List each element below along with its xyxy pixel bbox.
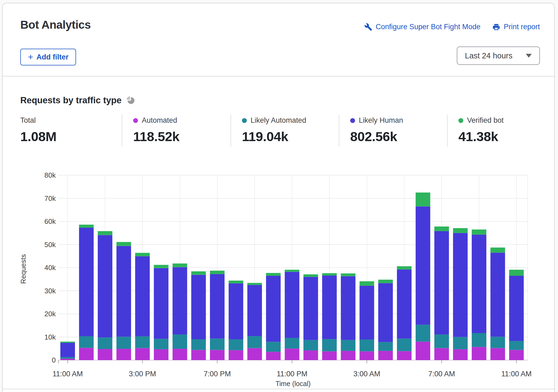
- bar-segment[interactable]: [341, 351, 356, 360]
- bar-segment[interactable]: [453, 233, 468, 337]
- bar-segment[interactable]: [490, 337, 505, 348]
- bar-segment[interactable]: [79, 336, 94, 348]
- bar-segment[interactable]: [79, 348, 94, 360]
- bar-segment[interactable]: [98, 235, 112, 337]
- bar-segment[interactable]: [173, 264, 187, 267]
- bar-segment[interactable]: [453, 349, 468, 360]
- bar-segment[interactable]: [191, 275, 206, 340]
- bar-segment[interactable]: [173, 267, 187, 334]
- bar-segment[interactable]: [173, 349, 187, 360]
- bar-segment[interactable]: [416, 192, 430, 206]
- bar-segment[interactable]: [360, 286, 374, 340]
- bar-segment[interactable]: [79, 225, 94, 228]
- bar-segment[interactable]: [341, 276, 356, 340]
- bar-segment[interactable]: [509, 276, 524, 341]
- bar-segment[interactable]: [116, 337, 131, 349]
- bar-segment[interactable]: [285, 338, 299, 348]
- bar-segment[interactable]: [154, 349, 169, 360]
- bar-segment[interactable]: [472, 235, 486, 333]
- bar-segment[interactable]: [397, 266, 412, 270]
- bar-segment[interactable]: [266, 276, 281, 342]
- bar-segment[interactable]: [247, 283, 262, 285]
- bar-segment[interactable]: [434, 334, 449, 348]
- bar-segment[interactable]: [341, 340, 356, 351]
- bar-segment[interactable]: [416, 206, 430, 325]
- bar-segment[interactable]: [247, 336, 262, 348]
- bar-segment[interactable]: [360, 340, 374, 351]
- bar-segment[interactable]: [490, 253, 505, 337]
- bar-segment[interactable]: [210, 271, 225, 274]
- bar-segment[interactable]: [266, 342, 281, 352]
- bar-segment[interactable]: [135, 348, 150, 360]
- bar-segment[interactable]: [360, 281, 374, 285]
- bar-segment[interactable]: [303, 277, 318, 340]
- bar-segment[interactable]: [191, 339, 206, 350]
- bar-segment[interactable]: [229, 339, 243, 350]
- bar-segment[interactable]: [303, 350, 318, 360]
- bar-segment[interactable]: [322, 275, 337, 339]
- bar-segment[interactable]: [191, 350, 206, 360]
- bar-segment[interactable]: [378, 342, 393, 351]
- bar-segment[interactable]: [509, 350, 524, 360]
- bar-segment[interactable]: [509, 270, 524, 276]
- bar-segment[interactable]: [322, 351, 337, 360]
- bar-segment[interactable]: [434, 231, 449, 334]
- bar-segment[interactable]: [453, 228, 468, 233]
- bar-segment[interactable]: [60, 359, 75, 360]
- bar-segment[interactable]: [434, 348, 449, 360]
- bar-segment[interactable]: [472, 333, 486, 347]
- bar-segment[interactable]: [416, 342, 430, 360]
- bar-segment[interactable]: [154, 268, 169, 339]
- bar-segment[interactable]: [509, 341, 524, 350]
- bar-segment[interactable]: [60, 342, 75, 343]
- bar-segment[interactable]: [210, 350, 225, 360]
- bar-segment[interactable]: [247, 285, 262, 336]
- bar-segment[interactable]: [266, 273, 281, 276]
- bar-segment[interactable]: [285, 348, 299, 360]
- bar-segment[interactable]: [191, 271, 206, 275]
- bar-segment[interactable]: [490, 248, 505, 253]
- bar-segment[interactable]: [303, 340, 318, 350]
- bar-segment[interactable]: [303, 274, 318, 277]
- bar-segment[interactable]: [229, 283, 243, 339]
- bar-segment[interactable]: [322, 339, 337, 351]
- bar-segment[interactable]: [247, 348, 262, 360]
- bar-segment[interactable]: [322, 273, 337, 276]
- bar-segment[interactable]: [397, 351, 412, 360]
- bar-segment[interactable]: [229, 281, 243, 283]
- bar-segment[interactable]: [60, 343, 75, 357]
- bar-segment[interactable]: [98, 231, 112, 235]
- bar-segment[interactable]: [472, 230, 486, 235]
- bar-segment[interactable]: [378, 283, 393, 342]
- bar-segment[interactable]: [116, 349, 131, 360]
- bar-segment[interactable]: [116, 242, 131, 246]
- bar-segment[interactable]: [135, 336, 150, 348]
- bar-segment[interactable]: [60, 357, 75, 359]
- bar-segment[interactable]: [378, 280, 393, 283]
- bar-segment[interactable]: [210, 338, 225, 350]
- bar-segment[interactable]: [154, 265, 169, 268]
- bar-segment[interactable]: [285, 272, 299, 338]
- bar-segment[interactable]: [135, 256, 150, 336]
- bar-segment[interactable]: [397, 270, 412, 339]
- bar-segment[interactable]: [173, 334, 187, 349]
- bar-segment[interactable]: [490, 348, 505, 360]
- bar-segment[interactable]: [378, 351, 393, 360]
- bar-segment[interactable]: [285, 270, 299, 272]
- bar-segment[interactable]: [210, 274, 225, 339]
- bar-segment[interactable]: [416, 325, 430, 341]
- bar-segment[interactable]: [135, 253, 150, 256]
- bar-segment[interactable]: [79, 228, 94, 336]
- bar-segment[interactable]: [229, 350, 243, 360]
- bar-segment[interactable]: [98, 337, 112, 349]
- bar-segment[interactable]: [154, 339, 169, 349]
- bar-segment[interactable]: [360, 351, 374, 360]
- bar-segment[interactable]: [453, 337, 468, 349]
- bar-segment[interactable]: [98, 349, 112, 360]
- bar-segment[interactable]: [434, 227, 449, 231]
- bar-segment[interactable]: [397, 338, 412, 351]
- bar-segment[interactable]: [266, 352, 281, 360]
- bar-segment[interactable]: [116, 246, 131, 337]
- bar-segment[interactable]: [341, 273, 356, 276]
- bar-segment[interactable]: [472, 347, 486, 360]
